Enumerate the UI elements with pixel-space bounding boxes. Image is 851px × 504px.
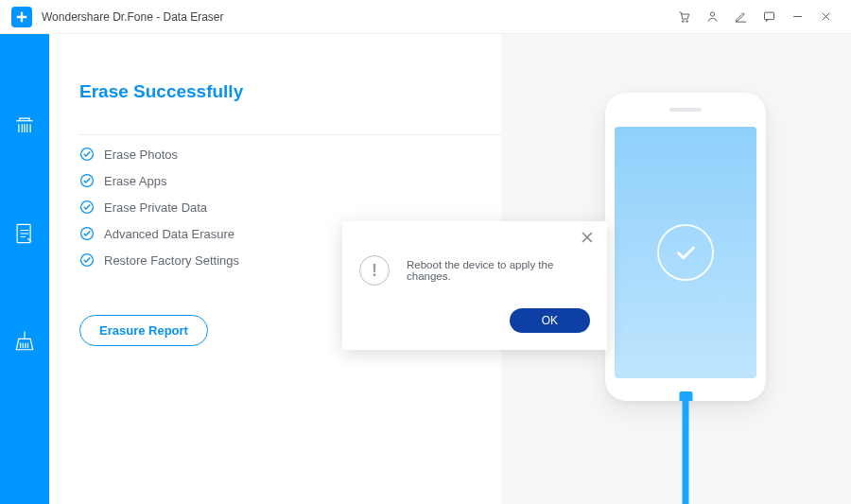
warning-icon: !: [359, 255, 390, 286]
dialog-message: Reboot the device to apply the changes.: [407, 259, 590, 282]
check-icon: [79, 200, 95, 215]
ok-button[interactable]: OK: [510, 308, 590, 333]
titlebar: Wondershare Dr.Fone - Data Eraser: [0, 0, 851, 34]
task-label: Restore Factory Settings: [104, 253, 239, 268]
edit-icon[interactable]: [726, 3, 755, 31]
sidebar: [0, 34, 49, 504]
device-check-icon: [657, 224, 714, 281]
app-logo-icon: [11, 7, 32, 27]
feedback-icon[interactable]: [755, 3, 783, 31]
task-label: Erase Apps: [104, 174, 167, 188]
check-icon: [79, 252, 95, 268]
svg-rect-3: [764, 12, 773, 20]
svg-point-1: [686, 21, 687, 23]
sidebar-item-erase[interactable]: [9, 110, 41, 142]
check-icon: [79, 147, 95, 162]
sidebar-item-clean[interactable]: [9, 325, 41, 357]
sidebar-item-report[interactable]: [9, 217, 41, 250]
check-icon: [79, 173, 95, 188]
device-cable: [683, 401, 689, 504]
user-icon[interactable]: [698, 3, 726, 31]
task-label: Erase Photos: [104, 148, 178, 162]
minimize-icon[interactable]: [783, 3, 811, 31]
check-icon: [79, 226, 95, 241]
svg-point-2: [710, 12, 714, 16]
task-label: Erase Private Data: [104, 200, 207, 215]
divider: [79, 134, 511, 135]
content-area: Erase Successfully Erase Photos Erase Ap…: [49, 34, 851, 504]
svg-point-0: [682, 21, 684, 23]
cart-icon[interactable]: [669, 3, 698, 31]
device-illustration: [605, 93, 766, 401]
device-screen: [615, 127, 756, 378]
app-title: Wondershare Dr.Fone - Data Eraser: [42, 10, 224, 24]
dialog-close-icon[interactable]: [579, 229, 596, 246]
reboot-dialog: ! Reboot the device to apply the changes…: [342, 221, 607, 350]
erasure-report-button[interactable]: Erasure Report: [79, 315, 208, 346]
close-icon[interactable]: [811, 3, 840, 31]
task-label: Advanced Data Erasure: [104, 227, 234, 241]
